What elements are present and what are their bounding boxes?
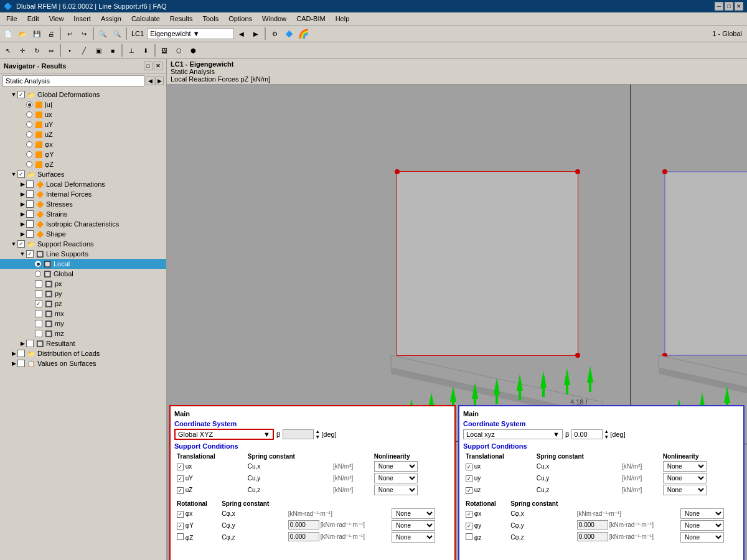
check-uz-left[interactable] <box>177 487 184 494</box>
checkbox-strains[interactable] <box>26 210 34 218</box>
checkbox-stresses[interactable] <box>26 200 34 208</box>
save-button[interactable]: 💾 <box>30 27 44 40</box>
menu-calculate[interactable]: Calculate <box>128 14 164 24</box>
nonlin-phix-right[interactable]: None <box>680 508 724 519</box>
check-phiy-left[interactable] <box>177 523 184 530</box>
move-button[interactable]: ✛ <box>16 44 29 57</box>
surface-button[interactable]: ▣ <box>92 44 105 57</box>
checkbox-mx[interactable] <box>35 310 42 317</box>
beta-down-right[interactable]: ▼ <box>604 434 609 440</box>
tree-item-local-def[interactable]: ▶ 🔶 Local Deformations <box>0 179 166 189</box>
check-phiy-right[interactable] <box>466 523 472 530</box>
radio-phiy[interactable] <box>26 151 32 157</box>
checkbox-support[interactable] <box>17 240 25 248</box>
tree-item-phiy[interactable]: ▶ 🟧 φY <box>0 149 166 159</box>
expand-line-supports[interactable]: ▼ <box>19 250 26 258</box>
tree-item-phix[interactable]: ▶ 🟧 φx <box>0 139 166 149</box>
nonlin-phiz-left[interactable]: None <box>392 532 435 543</box>
undo-button[interactable]: ↩ <box>63 27 77 40</box>
nav-prev-button[interactable]: ◀ <box>146 77 154 85</box>
close-button[interactable]: ✕ <box>735 2 743 11</box>
next-case-button[interactable]: ▶ <box>249 27 263 40</box>
expand-support[interactable]: ▼ <box>10 240 17 248</box>
support-button[interactable]: ⊥ <box>125 44 138 57</box>
checkbox-values[interactable] <box>17 360 25 367</box>
load-button[interactable]: ⬇ <box>139 44 153 57</box>
nav-next-button[interactable]: ▶ <box>155 77 164 85</box>
solid-button[interactable]: ■ <box>106 44 120 57</box>
nav-close-button[interactable]: ✕ <box>154 62 162 70</box>
tree-item-resultant[interactable]: ▶ 🔲 Resultant <box>0 338 166 348</box>
print-button[interactable]: 🖨 <box>44 27 58 40</box>
expand-icon-global-def[interactable]: ▼ <box>10 91 17 98</box>
minimize-button[interactable]: ─ <box>715 2 723 11</box>
check-phix-right[interactable] <box>466 511 472 518</box>
menu-tools[interactable]: Tools <box>199 14 222 24</box>
radio-local[interactable] <box>35 261 41 267</box>
checkbox-surfaces[interactable] <box>17 170 25 178</box>
tree-item-ux[interactable]: ▶ 🟧 ux <box>0 110 166 119</box>
tree-item-values-surfaces[interactable]: ▶ 📋 Values on Surfaces <box>0 358 166 368</box>
tree-item-stresses[interactable]: ▶ 🔶 Stresses <box>0 199 166 209</box>
expand-values[interactable]: ▶ <box>10 360 17 367</box>
checkbox-local-def[interactable] <box>26 180 34 188</box>
tree-item-strains[interactable]: ▶ 🔶 Strains <box>0 209 166 219</box>
nonlin-uz-left[interactable]: None <box>374 485 418 495</box>
menu-help[interactable]: Help <box>332 14 354 24</box>
expand-internal[interactable]: ▶ <box>19 190 26 198</box>
checkbox-pz[interactable] <box>35 300 42 307</box>
tree-item-shape[interactable]: ▶ 🔶 Shape <box>0 229 166 239</box>
beta-up-right[interactable]: ▲ <box>604 429 609 434</box>
tree-item-distribution[interactable]: ▶ 📁 Distribution of Loads <box>0 348 166 358</box>
check-uy-right[interactable] <box>466 475 472 482</box>
nonlin-phiy-left[interactable]: None <box>392 520 435 531</box>
checkbox-global-def[interactable] <box>17 91 25 98</box>
check-uy-left[interactable] <box>177 475 184 482</box>
tree-item-support-reactions[interactable]: ▼ 📁 Support Reactions <box>0 239 166 249</box>
radio-phiz[interactable] <box>26 161 32 167</box>
expand-isotropic[interactable]: ▶ <box>19 220 26 228</box>
tree-item-global-deformations[interactable]: ▼ 📁 Global Deformations <box>0 90 166 100</box>
zoom-in-button[interactable]: 🔍 <box>96 27 110 40</box>
nonlin-ux-right[interactable]: None <box>663 461 707 472</box>
mirror-button[interactable]: ⇔ <box>44 44 58 57</box>
menu-results[interactable]: Results <box>166 14 197 24</box>
check-uz-right[interactable] <box>466 487 472 494</box>
tree-item-uz[interactable]: ▶ 🟧 uZ <box>0 129 166 139</box>
expand-resultant[interactable]: ▶ <box>19 340 26 347</box>
expand-strains[interactable]: ▶ <box>19 210 26 218</box>
beta-input-right[interactable] <box>571 429 603 439</box>
tree-item-abs-u[interactable]: ▶ 🟧 |u| <box>0 100 166 110</box>
checkbox-shape[interactable] <box>26 230 34 238</box>
nonlin-phix-left[interactable]: None <box>392 508 435 519</box>
rotate-button[interactable]: ↻ <box>30 44 44 57</box>
radio-global[interactable] <box>35 271 41 277</box>
checkbox-internal[interactable] <box>26 190 34 198</box>
nonlin-uz-right[interactable]: None <box>663 485 707 495</box>
check-phix-left[interactable] <box>177 511 184 518</box>
checkbox-line-supports[interactable] <box>26 250 34 258</box>
radio-ux[interactable] <box>26 111 32 118</box>
beta-input-left[interactable] <box>283 429 314 439</box>
tree-item-phiz[interactable]: ▶ 🟧 φZ <box>0 159 166 169</box>
color-button[interactable]: 🌈 <box>296 27 310 40</box>
tree-item-px[interactable]: ▶ 🔲 px <box>0 279 166 289</box>
tree-item-internal-forces[interactable]: ▶ 🔶 Internal Forces <box>0 189 166 199</box>
view3d-button[interactable]: 🔷 <box>282 27 296 40</box>
coord-system-dropdown-left[interactable]: Global XYZ ▼ <box>174 429 274 440</box>
node-button[interactable]: • <box>63 44 77 57</box>
tree-item-pz[interactable]: ▶ 🔲 pz <box>0 299 166 309</box>
tree-item-mx[interactable]: ▶ 🔲 mx <box>0 309 166 319</box>
expand-surfaces[interactable]: ▼ <box>10 170 17 178</box>
coord-system-dropdown-right[interactable]: Local xyz ▼ <box>463 429 563 439</box>
beta-up-left[interactable]: ▲ <box>315 429 320 434</box>
nonlin-ux-left[interactable]: None <box>374 461 418 472</box>
radio-uy[interactable] <box>26 121 32 128</box>
nonlin-phiz-right[interactable]: None <box>680 532 724 543</box>
zoom-out-button[interactable]: 🔍 <box>110 27 124 40</box>
menu-view[interactable]: View <box>45 14 68 24</box>
tree-item-uy[interactable]: ▶ 🟧 uY <box>0 119 166 129</box>
menu-file[interactable]: File <box>2 14 21 24</box>
tree-item-mz[interactable]: ▶ 🔲 mz <box>0 329 166 338</box>
expand-stresses[interactable]: ▶ <box>19 200 26 208</box>
